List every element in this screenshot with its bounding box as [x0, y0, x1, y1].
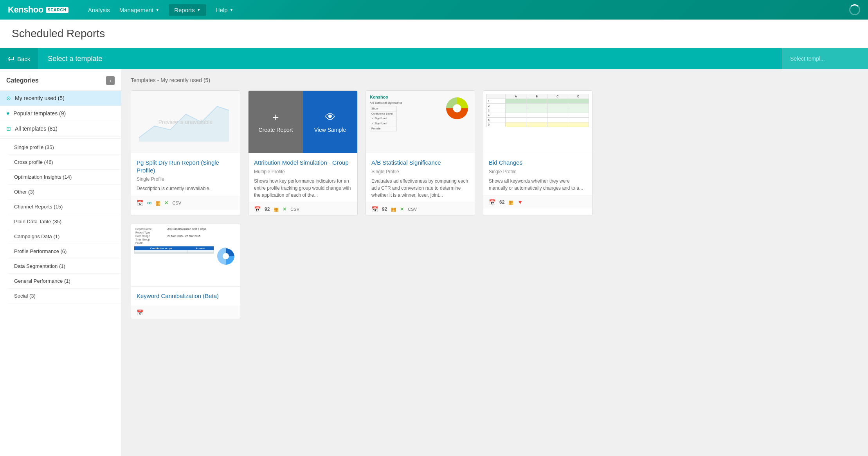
sidebar-item-campaigns[interactable]: Campaigns Data (1) [8, 229, 121, 244]
csv-label-3: CSV [408, 207, 417, 212]
schedule-count-bid: 62 [499, 199, 504, 205]
main-layout: Categories ‹ ⊙ My recently used (5) ♥ Po… [0, 69, 868, 456]
content-area: Templates - My recently used (5) Preview… [121, 69, 868, 456]
nav-items: Analysis Management ▼ Reports ▼ Help ▼ [88, 4, 234, 16]
breadcrumb: Templates - My recently used (5) [131, 77, 859, 83]
schedule-count-ab: 92 [382, 206, 387, 212]
collapse-sidebar-button[interactable]: ‹ [106, 76, 115, 85]
template-bar: 🏷 Back Select a template [0, 48, 868, 69]
card-desc-pg-split: Description is currently unavailable. [137, 185, 234, 192]
svg-point-2 [453, 104, 461, 113]
nav-help[interactable]: Help ▼ [216, 4, 234, 16]
card-profile-pg-split: Single Profile [137, 176, 234, 182]
card-footer-ab: 📅 92 ▦ ✕ CSV [366, 203, 475, 215]
sidebar-item-data-seg[interactable]: Data Segmentation (1) [8, 259, 121, 274]
logo[interactable]: Kenshoo SEARCH [8, 5, 68, 15]
select-template-label: Select a template [38, 55, 112, 63]
sidebar-sub-items: Single profile (35) Cross profile (46) O… [0, 140, 121, 303]
sidebar-item-other[interactable]: Other (3) [8, 185, 121, 199]
back-icon: 🏷 [8, 55, 14, 62]
sidebar-item-recently-used[interactable]: ⊙ My recently used (5) [0, 91, 121, 106]
table-icon-2: ▦ [274, 206, 279, 212]
back-button[interactable]: 🏷 Back [0, 48, 38, 69]
sidebar-item-plain-data[interactable]: Plain Data Table (35) [8, 214, 121, 229]
x-icon: ✕ [164, 200, 168, 206]
card-desc-bid: Shows all keywords whether they were man… [489, 178, 587, 192]
card-profile-ab: Single Profile [371, 169, 469, 174]
view-sample-label: View Sample [314, 127, 346, 133]
infinity-icon: ∞ [147, 199, 151, 206]
sidebar-item-channel[interactable]: Channel Reports (15) [8, 199, 121, 214]
eye-icon: 👁 [325, 111, 336, 124]
pie-chart [443, 95, 471, 122]
x-icon-3: ✕ [400, 206, 404, 212]
card-body-ab: A/B Statistical Significance Single Prof… [366, 153, 475, 203]
calendar-icon-4: 📅 [489, 199, 495, 205]
card-title-ab[interactable]: A/B Statistical Significance [371, 159, 469, 167]
inbox-icon: ⊡ [6, 126, 11, 132]
heart-icon: ♥ [6, 110, 9, 117]
loading-spinner [849, 4, 860, 15]
sidebar-item-single-profile[interactable]: Single profile (35) [8, 140, 121, 155]
card-desc-ab: Evaluates ad effectiveness by comparing … [371, 178, 469, 199]
sidebar-divider [0, 138, 121, 138]
sidebar-item-social[interactable]: Social (3) [8, 289, 121, 303]
x-icon-2: ✕ [283, 206, 286, 212]
table-icon: ▦ [155, 200, 160, 206]
chevron-down-icon: ▼ [229, 8, 233, 12]
card-bid-changes[interactable]: A B C D 1 [483, 90, 592, 216]
card-body-pg-split: Pg Split Dry Run Report (Single Profile)… [131, 153, 240, 196]
nav-analysis[interactable]: Analysis [88, 4, 110, 16]
ab-logo: Kenshoo [370, 95, 402, 99]
card-body-bid: Bid Changes Single Profile Shows all key… [483, 153, 592, 196]
page-title-bar: Scheduled Reports [0, 20, 868, 48]
cards-grid: Preview is unavailable Pg Split Dry Run … [131, 90, 859, 216]
nav-management[interactable]: Management ▼ [119, 4, 159, 16]
card-body-attribution: Attribution Model Simulation - Group Mul… [249, 153, 357, 203]
card-title-bid[interactable]: Bid Changes [489, 159, 587, 167]
card-title-kw[interactable]: Keyword Cannibalization (Beta) [137, 292, 234, 300]
card-title-attribution[interactable]: Attribution Model Simulation - Group [254, 159, 352, 167]
page-title: Scheduled Reports [12, 27, 856, 40]
table-icon-3: ▦ [391, 206, 396, 212]
logo-badge: SEARCH [46, 7, 68, 13]
sidebar-item-popular[interactable]: ♥ Popular templates (9) [0, 106, 121, 121]
calendar-icon-3: 📅 [371, 206, 378, 212]
chevron-down-icon: ▼ [155, 8, 159, 12]
clock-icon: ⊙ [6, 95, 11, 101]
sidebar-item-profile-perf[interactable]: Profile Performance (6) [8, 244, 121, 259]
card-preview-bid: A B C D 1 [483, 91, 592, 153]
csv-label-2: CSV [290, 207, 299, 212]
card-attribution[interactable]: + Create Report 👁 View Sample Attributio… [248, 90, 358, 216]
sidebar: Categories ‹ ⊙ My recently used (5) ♥ Po… [0, 69, 121, 456]
card-preview-ab: Kenshoo A/B Statistical Significance Sho… [366, 91, 475, 153]
table-icon-4: ▦ [508, 199, 513, 205]
template-search-input[interactable] [782, 48, 868, 69]
schedule-count-attribution: 92 [265, 206, 270, 212]
sidebar-title: Categories [6, 77, 39, 84]
card-kw-cannibalization[interactable]: Report Name A/B Cannibalization Test 7 D… [131, 224, 240, 320]
chevron-down-icon: ▼ [197, 8, 201, 12]
card-footer-bid: 📅 62 ▦ ▼ [483, 196, 592, 208]
logo-text: Kenshoo [8, 5, 43, 15]
sidebar-item-optimization[interactable]: Optimization Insights (14) [8, 170, 121, 185]
cards-grid-row2: Report Name A/B Cannibalization Test 7 D… [131, 224, 859, 320]
svg-point-3 [223, 253, 229, 259]
card-title-pg-split[interactable]: Pg Split Dry Run Report (Single Profile) [137, 159, 234, 174]
create-report-label: Create Report [259, 127, 293, 133]
card-profile-attribution: Multiple Profile [254, 169, 352, 174]
nav-reports[interactable]: Reports ▼ [169, 4, 206, 16]
preview-unavailable-text: Preview is unavailable [158, 119, 213, 125]
card-ab-stat[interactable]: Kenshoo A/B Statistical Significance Sho… [366, 90, 475, 216]
sidebar-item-general-perf[interactable]: General Performance (1) [8, 274, 121, 289]
create-report-overlay[interactable]: + Create Report [249, 91, 303, 153]
card-footer-kw: 📅 [131, 306, 240, 319]
filter-icon: ▼ [517, 199, 523, 205]
sidebar-item-cross-profile[interactable]: Cross profile (46) [8, 155, 121, 170]
card-pg-split[interactable]: Preview is unavailable Pg Split Dry Run … [131, 90, 240, 216]
sidebar-item-all[interactable]: ⊡ All templates (81) [0, 121, 121, 136]
calendar-icon-2: 📅 [254, 206, 261, 212]
calendar-icon-5: 📅 [137, 309, 143, 316]
card-desc-attribution: Shows how key performance indicators for… [254, 178, 352, 199]
view-sample-overlay[interactable]: 👁 View Sample [303, 91, 357, 153]
